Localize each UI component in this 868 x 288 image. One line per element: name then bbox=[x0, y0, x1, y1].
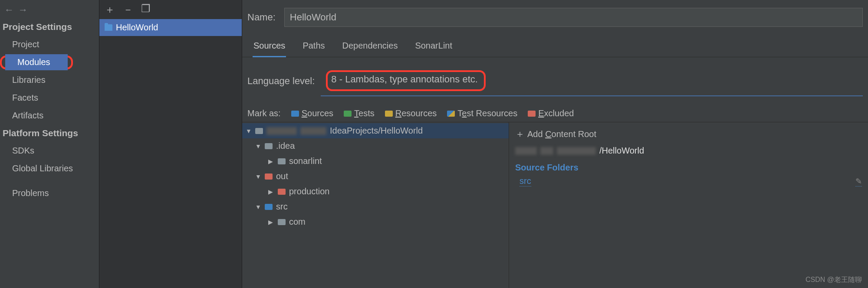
tree-idea[interactable]: .idea bbox=[242, 138, 509, 154]
folder-orange-icon bbox=[278, 189, 286, 195]
section-project-settings: Project Settings bbox=[0, 18, 99, 36]
watermark: CSDN @老王随聊 bbox=[806, 275, 862, 285]
nav-facets[interactable]: Facets bbox=[0, 90, 50, 106]
folder-icon bbox=[278, 219, 286, 225]
add-module-icon[interactable]: ＋ bbox=[105, 3, 115, 16]
tree-src[interactable]: src bbox=[242, 199, 509, 214]
remove-module-icon[interactable]: － bbox=[123, 3, 133, 16]
mark-resources-button[interactable]: Resources bbox=[385, 108, 437, 118]
nav-forward-icon[interactable]: → bbox=[18, 4, 28, 16]
copy-module-icon[interactable]: ❐ bbox=[141, 3, 151, 16]
chevron-down-icon[interactable] bbox=[255, 143, 261, 150]
nav-sdks[interactable]: SDKs bbox=[0, 143, 46, 159]
redacted-text bbox=[515, 147, 537, 155]
source-folders-header: Source Folders bbox=[515, 160, 862, 175]
tree-com[interactable]: com bbox=[242, 214, 509, 229]
tree-out[interactable]: out bbox=[242, 169, 509, 184]
tree-production[interactable]: production bbox=[242, 184, 509, 199]
chevron-down-icon[interactable] bbox=[246, 128, 252, 134]
redacted-text bbox=[300, 127, 326, 135]
mark-excluded-button[interactable]: Excluded bbox=[528, 108, 574, 118]
nav-libraries[interactable]: Libraries bbox=[0, 72, 58, 88]
redacted-text bbox=[557, 147, 596, 155]
tab-paths[interactable]: Paths bbox=[302, 36, 326, 57]
redacted-text bbox=[540, 147, 553, 155]
module-folder-icon bbox=[105, 24, 112, 31]
folder-yellow-icon bbox=[385, 111, 393, 117]
tree-root-label: IdeaProjects/HelloWorld bbox=[330, 126, 423, 136]
folder-icon bbox=[255, 128, 263, 134]
chevron-right-icon[interactable] bbox=[268, 188, 274, 195]
nav-modules[interactable]: Modules bbox=[5, 54, 68, 70]
source-tree: IdeaProjects/HelloWorld .idea sonarlint … bbox=[242, 122, 509, 288]
folder-green-icon bbox=[344, 111, 352, 117]
name-label: Name: bbox=[247, 12, 276, 23]
folder-multi-icon bbox=[447, 111, 455, 117]
tab-sonarlint[interactable]: SonarLint bbox=[414, 36, 453, 57]
chevron-right-icon[interactable] bbox=[268, 219, 274, 226]
tab-dependencies[interactable]: Dependencies bbox=[342, 36, 399, 57]
module-detail-panel: Name: Sources Paths Dependencies SonarLi… bbox=[242, 0, 868, 288]
nav-project[interactable]: Project bbox=[0, 36, 51, 52]
chevron-down-icon[interactable] bbox=[255, 173, 261, 180]
module-list-panel: ＋ － ❐ HelloWorld bbox=[99, 0, 242, 288]
nav-back-icon[interactable]: ← bbox=[4, 4, 14, 16]
language-level-select[interactable]: 8 - Lambdas, type annotations etc. bbox=[321, 66, 863, 96]
add-content-root-label[interactable]: Add Content Root bbox=[527, 129, 596, 139]
folder-orange-icon bbox=[265, 173, 273, 180]
module-name-input[interactable] bbox=[284, 8, 863, 27]
nav-artifacts[interactable]: Artifacts bbox=[0, 108, 56, 124]
source-folder-src[interactable]: src ✎ bbox=[515, 175, 862, 187]
mark-sources-button[interactable]: Sources bbox=[291, 108, 333, 118]
language-level-value: 8 - Lambdas, type annotations etc. bbox=[326, 70, 486, 91]
add-content-root-icon[interactable]: ＋ bbox=[515, 128, 525, 141]
module-tabs: Sources Paths Dependencies SonarLint bbox=[242, 36, 868, 57]
tree-sonarlint[interactable]: sonarlint bbox=[242, 154, 509, 169]
folder-blue-icon bbox=[265, 204, 273, 210]
redacted-text bbox=[266, 127, 297, 135]
content-root-path[interactable]: /HelloWorld bbox=[515, 143, 862, 160]
content-root-pane: ＋ Add Content Root /HelloWorld Source Fo… bbox=[509, 122, 868, 288]
edit-icon[interactable]: ✎ bbox=[855, 177, 862, 187]
folder-orange-icon bbox=[528, 111, 536, 117]
folder-icon bbox=[278, 158, 286, 164]
language-level-label: Language level: bbox=[247, 75, 315, 87]
chevron-down-icon[interactable] bbox=[255, 203, 261, 210]
tree-root[interactable]: IdeaProjects/HelloWorld bbox=[242, 123, 509, 138]
nav-problems[interactable]: Problems bbox=[0, 185, 61, 201]
mark-as-label: Mark as: bbox=[247, 108, 281, 118]
folder-icon bbox=[265, 143, 273, 149]
module-item-label: HelloWorld bbox=[116, 23, 158, 33]
section-platform-settings: Platform Settings bbox=[0, 124, 99, 142]
mark-tests-button[interactable]: Tests bbox=[344, 108, 375, 118]
tab-sources[interactable]: Sources bbox=[253, 36, 286, 57]
nav-global-libraries[interactable]: Global Libraries bbox=[0, 160, 85, 177]
folder-blue-icon bbox=[291, 111, 299, 117]
settings-nav: ← → Project Settings Project Modules Lib… bbox=[0, 0, 99, 288]
mark-test-resources-button[interactable]: Test Resources bbox=[447, 108, 517, 118]
module-item-helloworld[interactable]: HelloWorld bbox=[99, 19, 242, 36]
chevron-right-icon[interactable] bbox=[268, 158, 274, 165]
